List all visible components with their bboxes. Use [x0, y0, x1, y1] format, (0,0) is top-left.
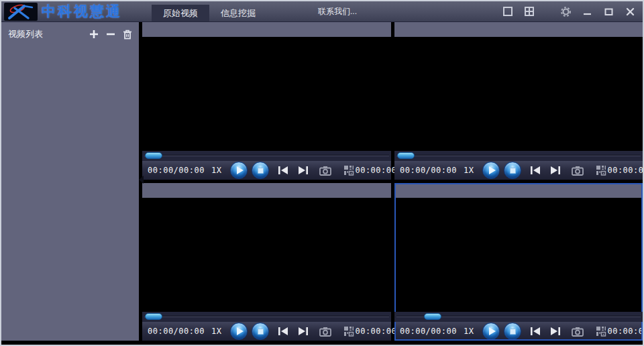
position-time: 00:00/00:00: [148, 327, 205, 336]
video-display[interactable]: [142, 37, 391, 151]
elapsed-clock: 00:00:00: [607, 166, 644, 175]
play-icon: [489, 327, 496, 335]
speed-label: 1X: [464, 327, 474, 336]
app-logo-icon: [4, 3, 38, 21]
position-time: 00:00/00:00: [400, 166, 457, 175]
video-panel-1[interactable]: 00:00/00:00 1X 00:: [142, 22, 391, 180]
video-panel-2[interactable]: 00:00/00:00 1X 00:: [394, 22, 643, 180]
seek-thumb[interactable]: [145, 313, 162, 320]
play-button[interactable]: [482, 162, 500, 179]
seek-bar[interactable]: [142, 312, 391, 322]
stop-button[interactable]: [504, 162, 521, 179]
speed-label: 1X: [464, 166, 474, 175]
clip-capture-icon[interactable]: [595, 165, 607, 176]
quad-view-icon[interactable]: [523, 6, 535, 17]
seek-bar[interactable]: [142, 151, 391, 161]
clip-capture-icon[interactable]: [343, 165, 355, 176]
skip-forward-button[interactable]: [297, 165, 309, 176]
tab-info-mining[interactable]: 信息挖掘: [209, 5, 267, 21]
seek-thumb[interactable]: [145, 152, 162, 159]
video-display[interactable]: [394, 198, 643, 312]
app-title: 中科视慧通: [42, 2, 122, 21]
snapshot-camera-icon[interactable]: [571, 326, 584, 337]
seek-thumb[interactable]: [424, 313, 441, 320]
stop-button[interactable]: [252, 323, 269, 340]
main-tabs: 原始视频 信息挖掘: [152, 1, 267, 21]
stop-button[interactable]: [504, 323, 521, 340]
play-icon: [237, 166, 244, 174]
main-area: 视频列表: [1, 22, 643, 345]
seek-track: [144, 316, 389, 317]
seek-track: [144, 155, 389, 156]
clip-capture-icon[interactable]: [343, 326, 355, 337]
panel-title-bar: [142, 22, 391, 37]
panel-title-bar: [394, 22, 643, 37]
settings-gear-icon[interactable]: [560, 6, 572, 17]
playback-controls: 00:00/00:00 1X 00:: [394, 161, 643, 180]
video-list-actions: [89, 30, 132, 40]
add-video-icon[interactable]: [89, 30, 99, 39]
play-button[interactable]: [230, 323, 248, 340]
play-icon: [489, 166, 496, 174]
video-list-title: 视频列表: [8, 28, 43, 40]
playback-controls: 00:00/00:00 1X 00:: [142, 322, 391, 341]
play-button[interactable]: [482, 323, 500, 340]
video-list-header: 视频列表: [1, 22, 139, 40]
clip-capture-icon[interactable]: [595, 326, 607, 337]
app-window: 中科视慧通 原始视频 信息挖掘 联系我们...: [0, 0, 644, 346]
seek-bar[interactable]: [394, 151, 643, 161]
seek-track: [396, 155, 641, 156]
stop-icon: [258, 329, 264, 335]
seek-thumb[interactable]: [397, 152, 415, 159]
stop-button[interactable]: [252, 162, 269, 179]
skip-forward-button[interactable]: [549, 326, 561, 337]
snapshot-camera-icon[interactable]: [571, 165, 584, 176]
skip-back-button[interactable]: [277, 326, 289, 337]
playback-controls: 00:00/00:00 1X 00:: [142, 161, 391, 180]
elapsed-clock: 00:00:00: [607, 327, 644, 336]
snapshot-camera-icon[interactable]: [319, 165, 332, 176]
window-controls: [502, 6, 636, 17]
stop-icon: [510, 329, 516, 335]
speed-label: 1X: [211, 166, 221, 175]
position-time: 00:00/00:00: [400, 327, 457, 336]
seek-bar[interactable]: [394, 312, 643, 322]
minimize-icon[interactable]: [582, 6, 593, 17]
skip-back-button[interactable]: [277, 165, 289, 176]
panel-title-bar: [142, 183, 391, 198]
video-display[interactable]: [142, 198, 391, 312]
video-list-sidebar: 视频列表: [1, 22, 139, 341]
single-view-icon[interactable]: [502, 6, 513, 17]
elapsed-clock: 00:00:00: [355, 327, 396, 336]
video-panel-3[interactable]: 00:00/00:00 1X 00:: [142, 183, 391, 341]
contact-us-link[interactable]: 联系我们...: [318, 6, 357, 17]
play-icon: [237, 327, 244, 335]
video-grid: 00:00/00:00 1X 00:: [142, 22, 643, 345]
trash-icon[interactable]: [123, 30, 132, 40]
close-icon[interactable]: [625, 6, 636, 17]
stop-icon: [510, 168, 516, 174]
title-bar: 中科视慧通 原始视频 信息挖掘 联系我们...: [1, 1, 643, 22]
sidebar-collapse-arrow-icon[interactable]: [139, 176, 144, 184]
tab-original-video[interactable]: 原始视频: [152, 5, 209, 21]
elapsed-clock: 00:00:00: [355, 166, 396, 175]
maximize-icon[interactable]: [603, 6, 614, 17]
position-time: 00:00/00:00: [148, 166, 205, 175]
skip-forward-button[interactable]: [549, 165, 561, 176]
video-panel-4[interactable]: 00:00/00:00 1X 00:: [394, 183, 643, 341]
skip-forward-button[interactable]: [297, 326, 309, 337]
panel-title-bar: [394, 183, 643, 198]
remove-video-icon[interactable]: [106, 30, 115, 39]
snapshot-camera-icon[interactable]: [319, 326, 332, 337]
video-display[interactable]: [394, 37, 643, 151]
speed-label: 1X: [211, 327, 221, 336]
play-button[interactable]: [230, 162, 248, 179]
skip-back-button[interactable]: [529, 326, 541, 337]
skip-back-button[interactable]: [529, 165, 541, 176]
playback-controls: 00:00/00:00 1X 00:: [394, 322, 643, 341]
stop-icon: [258, 168, 264, 174]
